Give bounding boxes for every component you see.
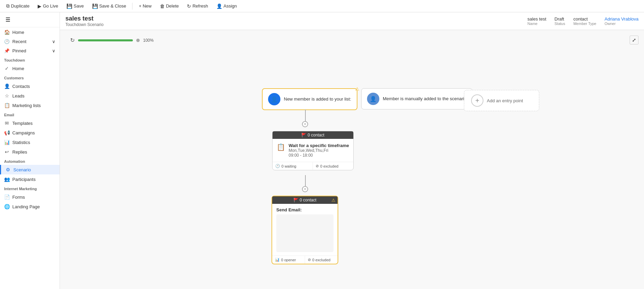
replies-label: Replies: [12, 149, 27, 155]
new-button[interactable]: + New: [135, 2, 155, 10]
sidebar-item-statistics[interactable]: 📊 Statistics: [0, 137, 60, 147]
node-wait-body: 📋 Wait for a specific timeframe Mon,Tue,…: [273, 139, 353, 160]
new-label: + New: [139, 3, 151, 9]
sidebar-item-replies[interactable]: ↩ Replies: [0, 147, 60, 157]
golive-button[interactable]: ▶ Go Live: [34, 2, 62, 10]
template-icon: ✉: [4, 120, 10, 126]
email-badge: 🚩 0 contact: [293, 198, 316, 202]
saveclose-label: Save & Close: [99, 3, 126, 9]
node-email-header: 🚩 0 contact ⚠: [272, 196, 338, 204]
node2-avatar: 👤: [367, 93, 379, 105]
meta-owner-value[interactable]: Adriana Vrablova: [605, 16, 639, 22]
recent-label: Recent: [12, 39, 26, 44]
progress-label: 100%: [143, 38, 154, 43]
connector-plus-1[interactable]: +: [302, 121, 308, 127]
node1-text: New member is added to your list:: [284, 96, 351, 102]
campaigns-icon: 📢: [4, 130, 10, 135]
campaigns-label: Campaigns: [12, 130, 35, 135]
sidebar-item-recent[interactable]: 🕐 Recent ∨: [0, 37, 60, 46]
progress-bar-container: ↻ 100%: [70, 37, 154, 43]
participants-label: Participants: [12, 177, 36, 182]
save-button[interactable]: 💾 Save: [63, 2, 87, 10]
node-wait-info: Wait for a specific timeframe Mon,Tue,We…: [289, 143, 349, 158]
sidebar-item-participants[interactable]: 👥 Participants: [0, 174, 60, 184]
email-preview: [276, 214, 333, 252]
email-opener: 📊 0 opener: [272, 256, 305, 264]
email-excl-icon: ⊘: [308, 258, 311, 262]
node-wait[interactable]: 🚩 0 contact 📋 Wait for a specific timefr…: [272, 131, 354, 170]
node-email[interactable]: 🚩 0 contact ⚠ Send Email: 📊 0 opener ⊘ 0…: [272, 196, 338, 264]
add-entry-icon: +: [471, 94, 483, 107]
wait-days: Mon,Tue,Wed,Thu,Fri: [289, 148, 349, 153]
check-icon: ✓: [4, 66, 10, 71]
scenario-label: Scenario: [13, 167, 31, 172]
contact-icon: 👤: [4, 83, 10, 89]
node-wait-badge: 🚩 0 contact: [301, 133, 324, 137]
node-entry-2[interactable]: 👤 Member is manually added to the scenar…: [361, 88, 472, 109]
page-subtitle: Touchdown Scenario: [65, 22, 103, 27]
sidebar-item-leads[interactable]: ☆ Leads: [0, 91, 60, 101]
email-warning-icon: ⚠: [331, 198, 336, 203]
leads-label: Leads: [12, 93, 24, 98]
leads-icon: ☆: [4, 93, 10, 98]
contacts-label: Contacts: [12, 84, 30, 89]
sidebar: ☰ 🏠 Home 🕐 Recent ∨ 📌 Pinned ∨ Touchdown…: [0, 12, 60, 289]
touchdown-home-label: Home: [12, 66, 24, 71]
wait-waiting: 🕐 0 waiting: [273, 162, 313, 170]
section-internet-marketing: Internet Marketing: [0, 184, 60, 192]
marketing-lists-label: Marketing lists: [12, 103, 41, 108]
assign-button[interactable]: 👤 Assign: [213, 2, 240, 10]
node-wait-header: 🚩 0 contact: [273, 131, 353, 139]
sidebar-item-campaigns[interactable]: 📢 Campaigns: [0, 128, 60, 137]
landing-icon: 🌐: [4, 204, 10, 209]
node-entry-1[interactable]: 👤 New member is added to your list: ⚠: [262, 88, 357, 110]
node2-text: Member is manually added to the scenario: [383, 96, 467, 102]
node-wait-footer: 🕐 0 waiting ⊘ 0 excluded: [273, 162, 353, 170]
node-email-footer: 📊 0 opener ⊘ 0 excluded: [272, 255, 338, 264]
section-customers: Customers: [0, 73, 60, 81]
pin-icon: 📌: [4, 48, 10, 53]
delete-button[interactable]: 🗑 Delete: [156, 2, 182, 10]
meta-name-value: sales test: [528, 16, 546, 22]
sidebar-item-marketing-lists[interactable]: 📋 Marketing lists: [0, 101, 60, 110]
saveclose-button[interactable]: 💾 Save & Close: [89, 2, 130, 10]
toolbar: ⧉ Duplicate ▶ Go Live 💾 Save 💾 Save & Cl…: [0, 0, 644, 12]
node-add-entry[interactable]: + Add an entry point: [464, 90, 539, 111]
node1-avatar: 👤: [268, 93, 280, 105]
duplicate-button[interactable]: ⧉ Duplicate: [3, 2, 33, 10]
connector-1: [305, 109, 306, 122]
hamburger-button[interactable]: ☰: [4, 15, 12, 24]
sidebar-item-touchdown-home[interactable]: ✓ Home: [0, 64, 60, 73]
sidebar-item-landing-page[interactable]: 🌐 Landing Page: [0, 202, 60, 211]
sidebar-item-scenario[interactable]: ⚙ Scenario: [0, 165, 60, 174]
meta-owner: Adriana Vrablova Owner: [605, 16, 639, 26]
refresh-label: Refresh: [192, 3, 208, 9]
node-email-body: Send Email:: [272, 204, 338, 255]
content: sales test Touchdown Scenario sales test…: [60, 12, 644, 289]
add-entry-text: Add an entry point: [487, 98, 523, 103]
statistics-icon: 📊: [4, 140, 10, 145]
forms-icon: 📄: [4, 194, 10, 200]
scenario-icon: ⚙: [5, 167, 11, 172]
email-title: Send Email:: [276, 207, 333, 212]
expand-button[interactable]: ⤢: [630, 36, 639, 44]
duplicate-label: Duplicate: [11, 3, 29, 9]
meta-owner-label: Owner: [605, 22, 639, 26]
sidebar-top: ☰: [0, 12, 60, 27]
sidebar-item-templates[interactable]: ✉ Templates: [0, 118, 60, 128]
replies-icon: ↩: [4, 149, 10, 155]
landing-page-label: Landing Page: [12, 204, 40, 209]
sidebar-item-contacts[interactable]: 👤 Contacts: [0, 81, 60, 91]
opener-icon: 📊: [275, 258, 280, 262]
sidebar-item-home[interactable]: 🏠 Home: [0, 27, 60, 37]
canvas: ↻ 100% ⤢ 👤 New member is added to your l…: [60, 30, 644, 289]
canvas-refresh-button[interactable]: ↻: [70, 37, 75, 43]
statistics-label: Statistics: [12, 140, 30, 145]
meta-membertype-value: contact: [573, 16, 596, 22]
main-layout: ☰ 🏠 Home 🕐 Recent ∨ 📌 Pinned ∨ Touchdown…: [0, 12, 644, 289]
connector-plus-2[interactable]: +: [302, 186, 308, 192]
refresh-button[interactable]: ↻ Refresh: [184, 2, 212, 10]
sidebar-item-forms[interactable]: 📄 Forms: [0, 192, 60, 202]
home-icon: 🏠: [4, 29, 10, 35]
sidebar-item-pinned[interactable]: 📌 Pinned ∨: [0, 46, 60, 55]
